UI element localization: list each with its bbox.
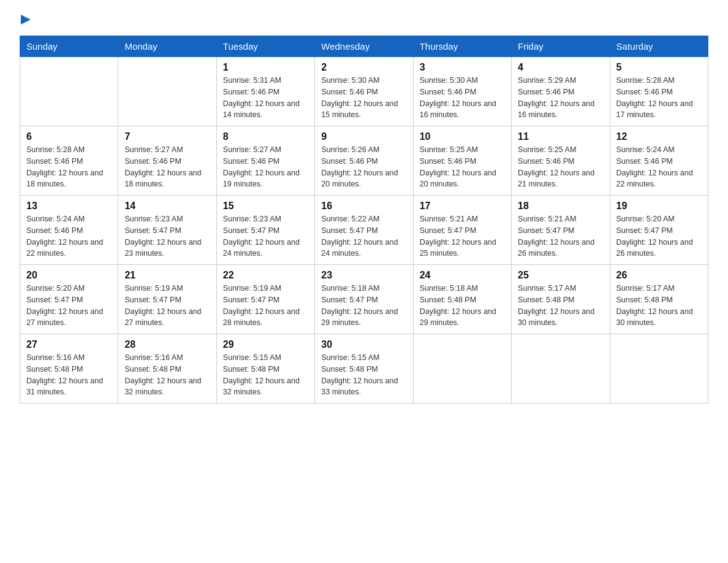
day-number: 18 xyxy=(518,201,603,212)
day-number: 15 xyxy=(223,201,308,212)
day-number: 29 xyxy=(223,339,308,350)
day-info: Sunrise: 5:20 AMSunset: 5:47 PMDaylight:… xyxy=(616,213,702,259)
week-row-3: 13Sunrise: 5:24 AMSunset: 5:46 PMDayligh… xyxy=(20,196,708,265)
svg-marker-0 xyxy=(21,15,31,25)
day-number: 17 xyxy=(420,201,505,212)
day-number: 14 xyxy=(124,201,210,212)
day-cell: 2Sunrise: 5:30 AMSunset: 5:46 PMDaylight… xyxy=(315,57,413,126)
weekday-header-friday: Friday xyxy=(512,36,610,57)
weekday-header-wednesday: Wednesday xyxy=(315,36,413,57)
day-cell xyxy=(20,57,118,126)
day-number: 6 xyxy=(26,131,112,142)
day-info: Sunrise: 5:30 AMSunset: 5:46 PMDaylight:… xyxy=(321,75,406,121)
day-info: Sunrise: 5:30 AMSunset: 5:46 PMDaylight:… xyxy=(420,75,505,121)
calendar-body: 1Sunrise: 5:31 AMSunset: 5:46 PMDaylight… xyxy=(20,57,708,404)
day-number: 12 xyxy=(616,131,702,142)
day-cell: 23Sunrise: 5:18 AMSunset: 5:47 PMDayligh… xyxy=(315,265,413,334)
day-info: Sunrise: 5:18 AMSunset: 5:47 PMDaylight:… xyxy=(321,283,406,329)
day-info: Sunrise: 5:16 AMSunset: 5:48 PMDaylight:… xyxy=(26,352,112,398)
day-cell: 16Sunrise: 5:22 AMSunset: 5:47 PMDayligh… xyxy=(315,196,413,265)
weekday-header-sunday: Sunday xyxy=(20,36,118,57)
day-cell: 9Sunrise: 5:26 AMSunset: 5:46 PMDaylight… xyxy=(315,126,413,196)
day-cell xyxy=(512,334,610,404)
day-number: 24 xyxy=(420,270,505,281)
logo-flag-icon xyxy=(21,15,33,27)
day-number: 11 xyxy=(518,131,603,142)
day-info: Sunrise: 5:27 AMSunset: 5:46 PMDaylight:… xyxy=(223,144,308,190)
day-number: 27 xyxy=(26,339,112,350)
day-info: Sunrise: 5:20 AMSunset: 5:47 PMDaylight:… xyxy=(26,283,112,329)
day-info: Sunrise: 5:21 AMSunset: 5:47 PMDaylight:… xyxy=(420,213,505,259)
day-cell: 11Sunrise: 5:25 AMSunset: 5:46 PMDayligh… xyxy=(512,126,610,196)
weekday-header-monday: Monday xyxy=(118,36,216,57)
day-number: 10 xyxy=(420,131,505,142)
day-cell: 17Sunrise: 5:21 AMSunset: 5:47 PMDayligh… xyxy=(413,196,511,265)
day-info: Sunrise: 5:15 AMSunset: 5:48 PMDaylight:… xyxy=(321,352,406,398)
day-number: 26 xyxy=(616,270,702,281)
day-cell: 22Sunrise: 5:19 AMSunset: 5:47 PMDayligh… xyxy=(216,265,314,334)
day-info: Sunrise: 5:21 AMSunset: 5:47 PMDaylight:… xyxy=(518,213,603,259)
day-info: Sunrise: 5:18 AMSunset: 5:48 PMDaylight:… xyxy=(420,283,505,329)
week-row-1: 1Sunrise: 5:31 AMSunset: 5:46 PMDaylight… xyxy=(20,57,708,126)
day-cell: 8Sunrise: 5:27 AMSunset: 5:46 PMDaylight… xyxy=(216,126,314,196)
day-number: 1 xyxy=(223,62,308,73)
day-info: Sunrise: 5:25 AMSunset: 5:46 PMDaylight:… xyxy=(518,144,603,190)
day-info: Sunrise: 5:22 AMSunset: 5:47 PMDaylight:… xyxy=(321,213,406,259)
day-number: 21 xyxy=(124,270,210,281)
day-number: 20 xyxy=(26,270,112,281)
day-info: Sunrise: 5:28 AMSunset: 5:46 PMDaylight:… xyxy=(616,75,702,121)
weekday-header-saturday: Saturday xyxy=(610,36,708,57)
day-info: Sunrise: 5:26 AMSunset: 5:46 PMDaylight:… xyxy=(321,144,406,190)
day-info: Sunrise: 5:24 AMSunset: 5:46 PMDaylight:… xyxy=(26,213,112,259)
day-cell: 13Sunrise: 5:24 AMSunset: 5:46 PMDayligh… xyxy=(20,196,118,265)
day-info: Sunrise: 5:19 AMSunset: 5:47 PMDaylight:… xyxy=(124,283,210,329)
day-info: Sunrise: 5:19 AMSunset: 5:47 PMDaylight:… xyxy=(223,283,308,329)
day-info: Sunrise: 5:28 AMSunset: 5:46 PMDaylight:… xyxy=(26,144,112,190)
day-info: Sunrise: 5:25 AMSunset: 5:46 PMDaylight:… xyxy=(420,144,505,190)
day-cell xyxy=(118,57,216,126)
week-row-5: 27Sunrise: 5:16 AMSunset: 5:48 PMDayligh… xyxy=(20,334,708,404)
day-number: 3 xyxy=(420,62,505,73)
day-cell: 10Sunrise: 5:25 AMSunset: 5:46 PMDayligh… xyxy=(413,126,511,196)
day-number: 5 xyxy=(616,62,702,73)
day-number: 2 xyxy=(321,62,406,73)
day-cell: 14Sunrise: 5:23 AMSunset: 5:47 PMDayligh… xyxy=(118,196,216,265)
week-row-4: 20Sunrise: 5:20 AMSunset: 5:47 PMDayligh… xyxy=(20,265,708,334)
day-number: 8 xyxy=(223,131,308,142)
weekday-header-tuesday: Tuesday xyxy=(216,36,314,57)
day-number: 22 xyxy=(223,270,308,281)
day-number: 7 xyxy=(124,131,210,142)
day-info: Sunrise: 5:23 AMSunset: 5:47 PMDaylight:… xyxy=(124,213,210,259)
day-info: Sunrise: 5:23 AMSunset: 5:47 PMDaylight:… xyxy=(223,213,308,259)
day-number: 19 xyxy=(616,201,702,212)
day-cell: 27Sunrise: 5:16 AMSunset: 5:48 PMDayligh… xyxy=(20,334,118,404)
day-cell: 4Sunrise: 5:29 AMSunset: 5:46 PMDaylight… xyxy=(512,57,610,126)
day-info: Sunrise: 5:29 AMSunset: 5:46 PMDaylight:… xyxy=(518,75,603,121)
weekday-header-row: SundayMondayTuesdayWednesdayThursdayFrid… xyxy=(20,36,708,57)
day-cell: 3Sunrise: 5:30 AMSunset: 5:46 PMDaylight… xyxy=(413,57,511,126)
day-info: Sunrise: 5:16 AMSunset: 5:48 PMDaylight:… xyxy=(124,352,210,398)
day-info: Sunrise: 5:31 AMSunset: 5:46 PMDaylight:… xyxy=(223,75,308,121)
day-cell: 6Sunrise: 5:28 AMSunset: 5:46 PMDaylight… xyxy=(20,126,118,196)
day-number: 16 xyxy=(321,201,406,212)
day-cell xyxy=(610,334,708,404)
day-cell: 12Sunrise: 5:24 AMSunset: 5:46 PMDayligh… xyxy=(610,126,708,196)
day-cell: 30Sunrise: 5:15 AMSunset: 5:48 PMDayligh… xyxy=(315,334,413,404)
day-cell: 25Sunrise: 5:17 AMSunset: 5:48 PMDayligh… xyxy=(512,265,610,334)
day-cell: 18Sunrise: 5:21 AMSunset: 5:47 PMDayligh… xyxy=(512,196,610,265)
day-cell: 15Sunrise: 5:23 AMSunset: 5:47 PMDayligh… xyxy=(216,196,314,265)
day-info: Sunrise: 5:27 AMSunset: 5:46 PMDaylight:… xyxy=(124,144,210,190)
day-number: 28 xyxy=(124,339,210,350)
day-cell: 21Sunrise: 5:19 AMSunset: 5:47 PMDayligh… xyxy=(118,265,216,334)
day-number: 4 xyxy=(518,62,603,73)
day-number: 13 xyxy=(26,201,112,212)
day-cell: 24Sunrise: 5:18 AMSunset: 5:48 PMDayligh… xyxy=(413,265,511,334)
day-info: Sunrise: 5:17 AMSunset: 5:48 PMDaylight:… xyxy=(616,283,702,329)
day-info: Sunrise: 5:15 AMSunset: 5:48 PMDaylight:… xyxy=(223,352,308,398)
day-cell: 19Sunrise: 5:20 AMSunset: 5:47 PMDayligh… xyxy=(610,196,708,265)
day-cell: 28Sunrise: 5:16 AMSunset: 5:48 PMDayligh… xyxy=(118,334,216,404)
day-number: 23 xyxy=(321,270,406,281)
week-row-2: 6Sunrise: 5:28 AMSunset: 5:46 PMDaylight… xyxy=(20,126,708,196)
header xyxy=(20,15,708,29)
day-info: Sunrise: 5:17 AMSunset: 5:48 PMDaylight:… xyxy=(518,283,603,329)
